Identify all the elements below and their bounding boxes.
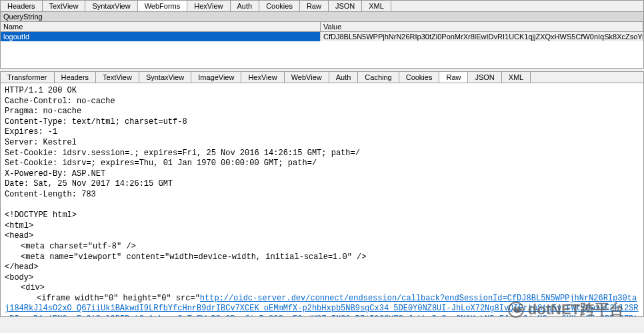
tab-resp-json[interactable]: JSON (468, 72, 501, 83)
tab-resp-xml[interactable]: XML (502, 72, 531, 83)
tab-headers[interactable]: Headers (1, 1, 43, 11)
request-tabs: Headers TextView SyntaxView WebForms Hex… (1, 1, 643, 12)
tab-raw[interactable]: Raw (300, 1, 329, 11)
tab-syntaxview[interactable]: SyntaxView (85, 1, 137, 11)
watermark: dotNET跨平台 (508, 300, 624, 317)
response-panel: Transformer Headers TextView SyntaxView … (0, 71, 644, 317)
column-header-value[interactable]: Value (321, 22, 643, 31)
tab-cookies[interactable]: Cookies (259, 1, 300, 11)
tab-webforms[interactable]: WebForms (138, 1, 188, 11)
tab-resp-textview[interactable]: TextView (96, 72, 139, 83)
querystring-group-label: QueryString (1, 12, 643, 22)
watermark-text: dotNET跨平台 (528, 300, 624, 317)
tab-caching[interactable]: Caching (358, 72, 399, 83)
grid-header-row: Name Value (1, 22, 643, 32)
tab-xml[interactable]: XML (362, 1, 391, 11)
tab-textview[interactable]: TextView (43, 1, 86, 11)
tab-hexview[interactable]: HexView (187, 1, 230, 11)
tab-auth[interactable]: Auth (231, 1, 260, 11)
grid-empty-area (1, 41, 643, 68)
request-panel: Headers TextView SyntaxView WebForms Hex… (0, 0, 644, 69)
raw-response-text[interactable]: HTTP/1.1 200 OK Cache-Control: no-cache … (1, 83, 643, 316)
cell-name: logoutId (1, 32, 321, 41)
tab-resp-raw[interactable]: Raw (439, 72, 468, 83)
tab-webview[interactable]: WebView (285, 72, 329, 83)
response-tabs: Transformer Headers TextView SyntaxView … (1, 72, 643, 83)
tab-resp-syntaxview[interactable]: SyntaxView (139, 72, 191, 83)
tab-imageview[interactable]: ImageView (191, 72, 241, 83)
tab-resp-headers[interactable]: Headers (55, 72, 97, 83)
cell-value: CfDJ8BL5N5WPPjhNrN26RIp30tZi0PonMrXr8lEw… (321, 32, 643, 41)
wechat-icon (508, 302, 524, 317)
tab-resp-cookies[interactable]: Cookies (399, 72, 440, 83)
table-row[interactable]: logoutId CfDJ8BL5N5WPPjhNrN26RIp30tZi0Po… (1, 32, 643, 41)
tab-resp-hexview[interactable]: HexView (241, 72, 284, 83)
querystring-grid: Name Value logoutId CfDJ8BL5N5WPPjhNrN26… (1, 22, 643, 68)
column-header-name[interactable]: Name (1, 22, 321, 31)
tab-resp-auth[interactable]: Auth (329, 72, 359, 83)
tab-json[interactable]: JSON (329, 1, 362, 11)
tab-transformer[interactable]: Transformer (1, 72, 55, 83)
